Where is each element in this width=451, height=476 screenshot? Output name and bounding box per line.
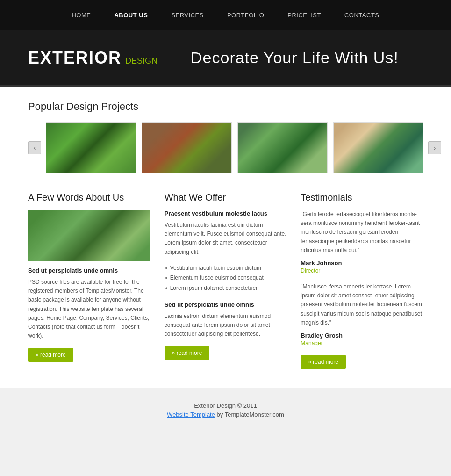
offer-list-item-1: Vestibulum iaculi lacin estroin dictum (165, 263, 287, 274)
testimonials-read-more-button[interactable]: » read more (301, 355, 346, 369)
slider-images (46, 122, 423, 173)
footer-link-line: Website Template by TemplateMonster.com (14, 411, 437, 418)
about-title: A Few Words About Us (28, 192, 150, 203)
testimonial-role-2: Manager (301, 340, 423, 346)
testimonial-name-2: Bradley Grosh (301, 332, 423, 339)
nav-services[interactable]: SERVICES (171, 12, 204, 19)
slide-image-1 (46, 122, 136, 173)
hero-brand: EXTERIOR DESIGN (28, 48, 172, 68)
offer-list: Vestibulum iaculi lacin estroin dictum E… (165, 263, 287, 294)
main-navigation: HOME ABOUT US SERVICES PORTFOLIO PRICELI… (0, 0, 451, 30)
hero-tagline: Decorate Your Life With Us! (191, 49, 399, 67)
testimonials-column: Testimonials "Gerts lerode fertasecioque… (301, 192, 423, 369)
footer-template-link[interactable]: Website Template (167, 411, 215, 418)
main-content: Popular Design Projects ‹ › A Few Words … (0, 87, 451, 388)
offer-text2: Lacinia estroin dictum elementum euismod… (165, 312, 287, 339)
slide-image-4 (333, 122, 423, 173)
offer-subtitle2: Sed ut perspiciatis unde omnis (165, 301, 287, 308)
footer-link-suffix: by TemplateMonster.com (217, 411, 284, 418)
footer: Exterior Design © 2011 Website Template … (0, 388, 451, 432)
nav-contacts[interactable]: CONTACTS (344, 12, 379, 19)
about-text: PSD source files are available for free … (28, 278, 150, 340)
slider-prev-button[interactable]: ‹ (28, 141, 41, 154)
testimonial-quote-2: "Monlusce lfersa eronerts ler kertase. L… (301, 282, 423, 327)
brand-name: EXTERIOR (28, 48, 122, 68)
offer-list-item-3: Lorem ipsum dolamet consectetuer (165, 283, 287, 294)
slider-section: Popular Design Projects ‹ › (28, 101, 423, 173)
testimonial-role-1: Director (301, 267, 423, 274)
about-us-column: A Few Words About Us Sed ut perspiciatis… (28, 192, 150, 369)
slider-next-button[interactable]: › (428, 141, 441, 154)
about-image (28, 210, 150, 261)
slider-title: Popular Design Projects (28, 101, 423, 113)
brand-subtitle: DESIGN (125, 56, 157, 66)
nav-portfolio[interactable]: PORTFOLIO (227, 12, 264, 19)
about-read-more-button[interactable]: » read more (28, 348, 73, 362)
offer-intro-text: Vestibulum iaculis lacinia estroin dictu… (165, 221, 287, 257)
offer-column: What We Offer Praesent vestibulum molest… (165, 192, 287, 369)
offer-read-more-button[interactable]: » read more (165, 346, 210, 360)
about-subtitle: Sed ut perspiciatis unde omnis (28, 267, 150, 274)
nav-home[interactable]: HOME (72, 12, 91, 19)
slide-image-2 (142, 122, 232, 173)
hero-section: EXTERIOR DESIGN Decorate Your Life With … (0, 30, 451, 87)
testimonial-name-1: Mark Johnson (301, 260, 423, 267)
testimonial-quote-1: "Gerts lerode fertasecioquet tikertderos… (301, 210, 423, 255)
offer-intro-subtitle: Praesent vestibulum molestie lacus (165, 210, 287, 217)
slider-wrapper: ‹ › (28, 122, 423, 173)
testimonials-title: Testimonials (301, 192, 423, 203)
three-column-section: A Few Words About Us Sed ut perspiciatis… (28, 192, 423, 369)
nav-about[interactable]: ABOUT US (114, 12, 148, 19)
offer-title: What We Offer (165, 192, 287, 203)
nav-pricelist[interactable]: PRICELIST (287, 12, 321, 19)
slide-image-3 (237, 122, 328, 173)
offer-list-item-2: Elementum fusce euismod consequat (165, 273, 287, 283)
footer-copyright: Exterior Design © 2011 (14, 402, 437, 409)
